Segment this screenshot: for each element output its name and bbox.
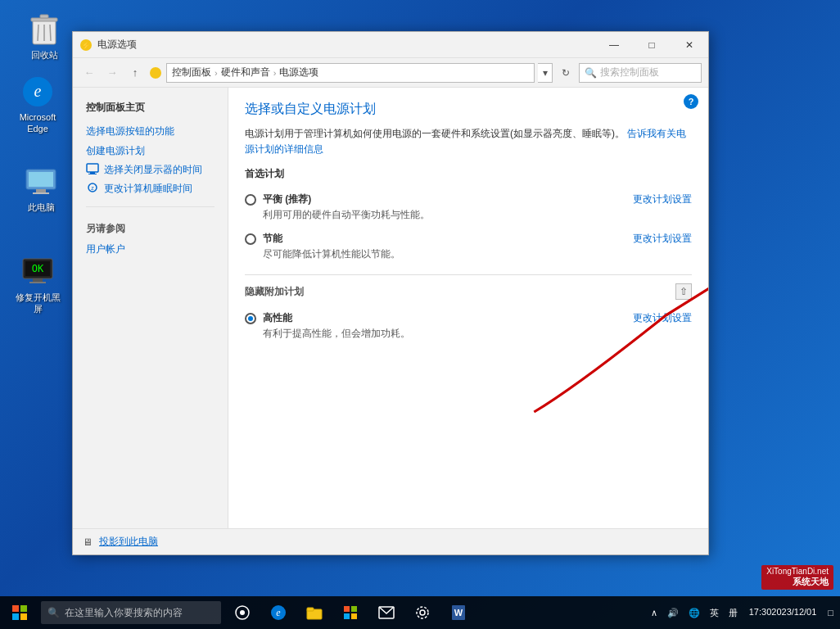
plan-high-perf-change[interactable]: 更改计划设置 [633, 311, 692, 325]
svg-line-3 [38, 25, 38, 41]
forward-button[interactable]: → [102, 63, 122, 83]
svg-text:⚡: ⚡ [81, 40, 92, 51]
edge-label: Microsoft Edge [11, 111, 64, 135]
desktop: 回收站 e Microsoft Edge 此电脑 OK [0, 0, 840, 629]
desktop-icon-this-pc[interactable]: 此电脑 [11, 162, 70, 216]
desktop-icon-fix-blackscreen[interactable]: OK 修复开机黑屏 [8, 252, 67, 319]
radio-balanced[interactable] [245, 194, 256, 206]
taskbar-store[interactable] [332, 596, 368, 629]
taskbar-search-placeholder: 在这里输入你要搜索的内容 [65, 606, 183, 620]
svg-rect-10 [36, 189, 46, 192]
help-button[interactable]: ? [684, 94, 698, 109]
plan-item-energy-saver: 节能 更改计划设置 尽可能降低计算机性能以节能。 [245, 227, 692, 266]
svg-text:OK: OK [32, 263, 44, 274]
tray-network[interactable]: 🌐 [685, 596, 703, 629]
watermark-text: XiTongTianDi.net [766, 567, 829, 576]
sidebar-link-sleep[interactable]: z 更改计算机睡眠时间 [73, 179, 228, 198]
refresh-button[interactable]: ↻ [556, 63, 576, 83]
plan-balanced-change[interactable]: 更改计划设置 [633, 192, 692, 206]
tray-ime-en[interactable]: 英 [707, 596, 722, 629]
tray-ime-mode[interactable]: 册 [725, 596, 741, 629]
clock-date: 2023/12/01 [771, 606, 816, 618]
svg-rect-27 [20, 605, 27, 612]
this-pc-icon [25, 165, 57, 198]
tray-notification[interactable]: □ [824, 596, 837, 629]
also-see-label: 另请参阅 [73, 215, 228, 239]
svg-rect-38 [344, 613, 350, 619]
plan-balanced-name: 平衡 (推荐) [263, 192, 311, 206]
breadcrumb-box[interactable]: 控制面板 › 硬件和声音 › 电源选项 [166, 63, 535, 83]
window-body: 控制面板主页 选择电源按钮的功能 创建电源计划 选择关闭显示器的时间 [73, 88, 708, 528]
taskbar-word[interactable]: W [440, 596, 476, 629]
bottom-bar-link[interactable]: 投影到此电脑 [99, 535, 158, 549]
svg-rect-21 [90, 172, 95, 174]
tray-show-hidden[interactable]: ∧ [648, 596, 661, 629]
fix-blackscreen-icon: OK [21, 256, 54, 288]
minimize-button[interactable]: — [595, 32, 633, 58]
maximize-button[interactable]: □ [633, 32, 671, 58]
plan-high-perf-desc: 有利于提高性能，但会增加功耗。 [263, 327, 692, 341]
back-button[interactable]: ← [79, 63, 99, 83]
svg-rect-35 [307, 608, 314, 611]
close-button[interactable]: ✕ [671, 32, 708, 58]
watermark-label: 系统天地 [766, 576, 829, 588]
start-button[interactable] [0, 596, 39, 629]
tray-speaker[interactable]: 🔊 [664, 596, 682, 629]
plan-energy-saver-desc: 尽可能降低计算机性能以节能。 [263, 247, 692, 261]
svg-point-19 [150, 67, 161, 79]
window-controls: — □ ✕ [595, 32, 708, 58]
desktop-icon-edge[interactable]: e Microsoft Edge [8, 72, 67, 138]
search-placeholder-text: 搜索控制面板 [600, 66, 659, 79]
svg-point-42 [417, 607, 428, 618]
svg-text:e: e [276, 607, 281, 618]
expand-hidden-button[interactable]: ⇧ [675, 283, 692, 300]
sidebar-label-sleep: 更改计算机睡眠时间 [104, 182, 192, 196]
sidebar-link-power-button[interactable]: 选择电源按钮的功能 [73, 121, 228, 141]
main-title: 选择或自定义电源计划 [245, 101, 692, 118]
radio-high-perf[interactable] [245, 313, 256, 324]
svg-point-31 [240, 610, 245, 615]
tray-clock[interactable]: 17:30 2023/12/01 [744, 596, 822, 629]
recycle-bin-label: 回收站 [31, 49, 58, 61]
up-button[interactable]: ↑ [125, 63, 145, 83]
plan-energy-change[interactable]: 更改计划设置 [633, 232, 692, 246]
breadcrumb-item-3: 电源选项 [279, 66, 318, 79]
title-bar: ⚡ 电源选项 — □ ✕ [73, 32, 708, 58]
svg-rect-39 [351, 613, 357, 619]
taskbar-mail[interactable] [368, 596, 404, 629]
desktop-icon-recycle-bin[interactable]: 回收站 [15, 10, 74, 64]
taskbar-search[interactable]: 🔍 在这里输入你要搜索的内容 [41, 601, 221, 624]
fix-blackscreen-label: 修复开机黑屏 [11, 292, 64, 315]
breadcrumb-item-1: 控制面板 [172, 66, 211, 79]
taskbar-file-explorer[interactable] [296, 596, 332, 629]
svg-rect-37 [351, 606, 357, 612]
sidebar-link-display-time[interactable]: 选择关闭显示器的时间 [73, 161, 228, 179]
sidebar-link-create-plan[interactable]: 创建电源计划 [73, 141, 228, 161]
taskbar-task-view[interactable] [224, 596, 260, 629]
plan-energy-header: 节能 更改计划设置 [245, 232, 692, 246]
svg-rect-16 [29, 282, 46, 283]
hidden-plans-header: 隐藏附加计划 ⇧ [245, 283, 692, 300]
taskbar-settings[interactable] [404, 596, 440, 629]
svg-point-41 [420, 610, 425, 615]
breadcrumb-dropdown[interactable]: ▾ [538, 63, 553, 83]
svg-rect-11 [33, 192, 49, 194]
svg-rect-20 [87, 164, 98, 172]
search-box[interactable]: 🔍 搜索控制面板 [579, 63, 702, 83]
breadcrumb-item-2: 硬件和声音 [221, 66, 270, 79]
edge-icon: e [21, 75, 54, 108]
window-title: 电源选项 [97, 38, 595, 52]
svg-rect-28 [12, 613, 19, 620]
sidebar-link-user-accounts[interactable]: 用户帐户 [73, 239, 228, 259]
svg-rect-2 [40, 15, 48, 18]
search-icon: 🔍 [585, 67, 597, 79]
radio-energy-saver[interactable] [245, 233, 256, 245]
plan-item-high-perf: 高性能 更改计划设置 有利于提高性能，但会增加功耗。 [245, 306, 692, 346]
main-content: ? 选择或自定义电源计划 电源计划用于管理计算机如何使用电源的一套硬件和系统设置… [228, 88, 708, 528]
recycle-bin-icon [28, 13, 61, 46]
svg-text:W: W [454, 608, 463, 618]
svg-rect-9 [29, 172, 53, 187]
main-description: 电源计划用于管理计算机如何使用电源的一套硬件和系统设置(如显示器亮度、睡眠等)。… [245, 126, 692, 157]
taskbar-edge[interactable]: e [260, 596, 296, 629]
sidebar-label-display: 选择关闭显示器的时间 [104, 163, 202, 177]
